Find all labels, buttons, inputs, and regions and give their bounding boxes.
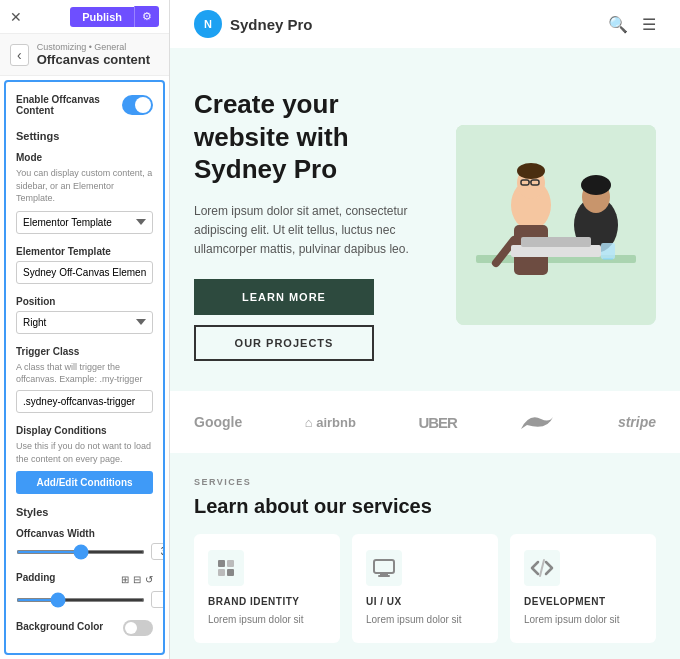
close-icon[interactable]: ✕ [10,9,22,25]
hero-section: Create your website with Sydney Pro Lore… [170,48,680,391]
elementor-template-field: Elementor Template [16,246,153,284]
elementor-template-label: Elementor Template [16,246,153,257]
hero-buttons: LEARN MORE OUR PROJECTS [194,279,374,361]
site-nav-right: 🔍 ☰ [608,15,656,34]
mode-select[interactable]: Elementor Template [16,211,153,234]
padding-field: Padding ⊞ ⊟ ↺ 30 [16,572,153,608]
hero-text: Create your website with Sydney Pro Lore… [194,88,436,361]
svg-rect-17 [601,243,615,259]
padding-value: 30 [151,591,165,608]
code-svg [530,556,554,580]
svg-rect-24 [380,573,388,575]
position-select[interactable]: Right [16,311,153,334]
breadcrumb: Customizing • General [37,42,150,52]
panel-title: Offcanvas content [37,52,150,67]
left-panel: ✕ Publish ⚙ ‹ Customizing • General Offc… [0,0,170,659]
brand-uber: UBER [418,414,457,431]
bg-color-toggle[interactable] [123,620,153,636]
padding-link-icon[interactable]: ⊞ [121,574,129,585]
development-icon [524,550,560,586]
hero-desc: Lorem ipsum dolor sit amet, consectetur … [194,202,436,260]
tools-svg [214,556,238,580]
svg-rect-25 [378,575,390,577]
mode-desc: You can display custom content, a sideba… [16,167,153,205]
back-button[interactable]: ‹ [10,44,29,66]
trigger-class-label: Trigger Class [16,346,153,357]
padding-row-label: Padding ⊞ ⊟ ↺ [16,572,153,587]
display-conditions-label: Display Conditions [16,425,153,436]
display-conditions-field: Display Conditions Use this if you do no… [16,425,153,494]
svg-rect-21 [218,569,225,576]
svg-line-26 [540,560,544,576]
offcanvas-width-slider-row: 300 [16,543,153,560]
menu-icon[interactable]: ☰ [642,15,656,34]
preview-area: N Sydney Pro 🔍 ☰ Create your website wit… [170,0,680,659]
svg-rect-22 [227,569,234,576]
service-desc-brand: Lorem ipsum dolor sit [208,613,326,627]
svg-text:N: N [204,18,212,30]
hero-image [456,125,656,325]
mode-label: Mode [16,152,153,163]
top-bar: ✕ Publish ⚙ [0,0,169,34]
hero-image-svg [456,125,656,325]
learn-more-button[interactable]: LEARN MORE [194,279,374,315]
add-conditions-button[interactable]: Add/Edit Conditions [16,471,153,494]
padding-slider[interactable] [16,598,145,602]
publish-button[interactable]: Publish [70,7,134,27]
offcanvas-width-value: 300 [151,543,165,560]
offcanvas-width-slider[interactable] [16,550,145,554]
enable-label: Enable Offcanvas Content [16,94,122,116]
trigger-class-input[interactable] [16,390,153,413]
publish-gear-button[interactable]: ⚙ [134,6,159,27]
padding-unlink-icon[interactable]: ⊟ [133,574,141,585]
svg-point-14 [581,175,611,195]
svg-rect-16 [521,237,591,247]
padding-label: Padding [16,572,55,583]
svg-point-7 [517,163,545,179]
enable-toggle-row: Enable Offcanvas Content [16,94,153,116]
bg-color-row: Background Color [16,620,153,636]
site-logo-text: Sydney Pro [230,16,313,33]
our-projects-button[interactable]: OUR PROJECTS [194,325,374,361]
settings-section-title: Settings [16,130,153,142]
svg-rect-19 [218,560,225,567]
logo-svg: N [199,15,217,33]
svg-rect-23 [374,560,394,573]
brand-nike-icon [519,411,555,433]
service-card-brand: BRAND IDENTITY Lorem ipsum dolor sit [194,534,340,643]
search-icon[interactable]: 🔍 [608,15,628,34]
service-card-uiux: UI / UX Lorem ipsum dolor sit [352,534,498,643]
offcanvas-width-field: Offcanvas Width 300 [16,528,153,560]
elementor-template-input[interactable] [16,261,153,284]
enable-toggle[interactable] [122,95,153,115]
hero-title: Create your website with Sydney Pro [194,88,436,186]
padding-reset-icon[interactable]: ↺ [145,574,153,585]
services-title: Learn about our services [194,495,656,518]
ui-ux-icon [366,550,402,586]
service-desc-uiux: Lorem ipsum dolor sit [366,613,484,627]
brand-identity-icon [208,550,244,586]
site-nav: N Sydney Pro 🔍 ☰ [170,0,680,48]
brands-section: Google ⌂ airbnb UBER stripe [170,391,680,453]
svg-rect-20 [227,560,234,567]
panel-header: ‹ Customizing • General Offcanvas conten… [0,34,169,76]
bg-color-label: Background Color [16,621,103,632]
trigger-class-desc: A class that will trigger the offcanvas.… [16,361,153,386]
service-name-uiux: UI / UX [366,596,484,607]
services-cards: BRAND IDENTITY Lorem ipsum dolor sit UI … [194,534,656,643]
site-nav-left: N Sydney Pro [194,10,313,38]
publish-btn-group: Publish ⚙ [70,6,159,27]
padding-icons: ⊞ ⊟ ↺ [121,574,153,585]
styles-section-title: Styles [16,506,153,518]
offcanvas-width-label: Offcanvas Width [16,528,153,539]
services-section: SERVICES Learn about our services BRAND … [170,453,680,659]
panel-header-inner: Customizing • General Offcanvas content [37,42,150,67]
service-name-dev: DEVELOPMENT [524,596,642,607]
position-label: Position [16,296,153,307]
svg-rect-2 [456,125,656,325]
padding-slider-row: 30 [16,591,153,608]
brand-google: Google [194,414,242,430]
site-logo-icon: N [194,10,222,38]
service-card-dev: DEVELOPMENT Lorem ipsum dolor sit [510,534,656,643]
service-desc-dev: Lorem ipsum dolor sit [524,613,642,627]
